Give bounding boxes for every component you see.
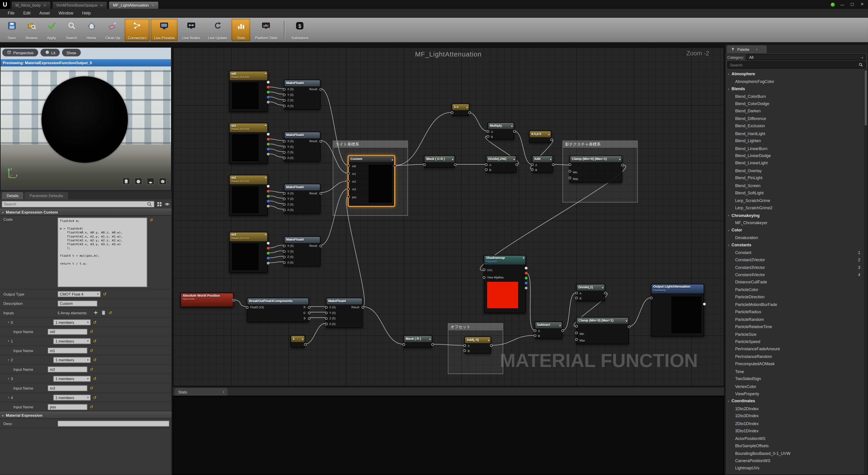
pin[interactable] [451, 111, 453, 114]
reset-to-default-icon[interactable]: ↺ [90, 404, 93, 409]
palette-item-blend-darken[interactable]: Blend_Darken [726, 107, 868, 115]
graph-node-breakout-float3[interactable]: BreakOutFloat3ComponentsFloat3 (V3)RGB [247, 298, 309, 322]
palette-group-chromakeying[interactable]: ▾Chromakeying [726, 212, 868, 219]
category-dropdown[interactable]: All ▾ [746, 54, 866, 60]
pin[interactable] [267, 252, 270, 254]
pin[interactable] [568, 177, 571, 179]
pin[interactable] [267, 133, 270, 135]
palette-group-constants[interactable]: ▾Constants [726, 241, 868, 249]
pin[interactable] [319, 140, 322, 142]
graph-node-shadowmap[interactable]: ShadowmapParam2D▴UVsView MipBias [484, 255, 526, 313]
pin[interactable] [487, 130, 489, 133]
palette-item-particlemotionblurfade[interactable]: ParticleMotionBlurFade [726, 301, 868, 308]
pin[interactable] [575, 325, 578, 328]
graph-node-add[interactable]: Add▾AB [532, 156, 553, 172]
members-dropdown[interactable]: 1 members▾ [53, 319, 91, 325]
pin[interactable] [575, 297, 578, 299]
pin[interactable] [525, 272, 528, 274]
pin[interactable] [267, 185, 270, 188]
palette-item-blursampleoffsets[interactable]: BlurSampleOffsets [726, 442, 868, 449]
pin[interactable] [463, 349, 466, 352]
minimize-button[interactable]: — [839, 2, 845, 6]
palette-item-twosidedsign[interactable]: TwoSidedSign [726, 375, 868, 383]
members-dropdown[interactable]: 1 members▾ [53, 376, 91, 382]
collapse-icon[interactable]: ▴ [392, 157, 393, 162]
graph-node-clamp-2[interactable]: Clamp (Min=0) (Max=1)▾MinMax [576, 317, 629, 344]
description-field[interactable]: Custom [58, 300, 97, 307]
collapse-icon[interactable]: ▴ [265, 124, 266, 127]
palette-item-camerapositionws[interactable]: CameraPositionWS [726, 457, 868, 464]
chevron-down-icon[interactable]: ▾ [513, 157, 515, 162]
preview-viewport[interactable]: Previewing: MaterialExpressionFunctionOu… [0, 47, 172, 191]
graph-node-m1[interactable]: m1Param (0,0,0,0)▴ [229, 123, 268, 164]
graph-node-output-lightattenuation[interactable]: Output LightAttenuationPreviewing [651, 284, 704, 337]
toolbar-button-live-nodes[interactable]: Live Nodes [179, 19, 204, 41]
pin[interactable] [362, 306, 364, 309]
pin[interactable] [347, 195, 350, 198]
details-tab-details[interactable]: Details [2, 192, 24, 199]
pin[interactable] [267, 138, 270, 140]
palette-item-1dto3dindex[interactable]: 1Dto3DIndex [726, 412, 868, 420]
menu-file[interactable]: File [3, 9, 19, 17]
chevron-down-icon[interactable]: ▾ [602, 285, 603, 290]
palette-item-blend-linearburn[interactable]: Blend_LinearBurn [726, 145, 868, 152]
pin[interactable] [267, 195, 270, 197]
palette-item-constant2vector[interactable]: Constant2Vector2 [726, 256, 868, 264]
palette-group-atmosphere[interactable]: ▾Atmosphere [726, 70, 868, 78]
graph-node-mask-gb[interactable]: Mask ( G B )▾ [424, 156, 455, 168]
pin[interactable] [431, 343, 434, 346]
palette-item-perinstancerandom[interactable]: PerInstanceRandom [726, 353, 868, 360]
reset-to-default-icon[interactable]: ↺ [90, 367, 93, 372]
reset-to-default-icon[interactable]: ↺ [90, 385, 93, 390]
graph-node-divide-256[interactable]: Divide(,256)▾AB [486, 156, 517, 172]
output-type-dropdown[interactable]: CMOT Float 4 ▾ [58, 291, 101, 297]
input-name-field[interactable]: m0 [48, 328, 88, 335]
pin[interactable] [575, 331, 578, 334]
preview-shape-plane-button[interactable] [147, 178, 154, 185]
pin[interactable] [534, 329, 536, 332]
chevron-down-icon[interactable]: ▾ [452, 157, 453, 162]
menu-asset[interactable]: Asset [35, 9, 54, 17]
pin[interactable] [267, 257, 270, 259]
pin[interactable] [515, 163, 518, 166]
chevron-down-icon[interactable]: ▾ [756, 48, 757, 51]
pin[interactable] [423, 163, 426, 166]
palette-item-blend-linearlight[interactable]: Blend_LinearLight [726, 160, 868, 167]
palette-item-blend-colorburn[interactable]: Blend_ColorBurn [726, 93, 868, 100]
close-button[interactable]: ✕ [859, 2, 865, 7]
pin[interactable] [267, 148, 270, 151]
palette-item-blend-lineardodge[interactable]: Blend_LinearDodge [726, 152, 868, 160]
pin[interactable] [267, 153, 270, 156]
pin[interactable] [568, 170, 571, 172]
palette-item-particlerandom[interactable]: ParticleRandom [726, 316, 868, 323]
asset-tab-vrmmtoonbaseopaque[interactable]: VrmMToonBaseOpaque✕ [52, 1, 107, 9]
viewport-button-perspective[interactable]: Perspective [2, 49, 38, 57]
pin[interactable] [267, 91, 270, 94]
members-dropdown[interactable]: 1 members▾ [53, 394, 91, 401]
close-tab-icon[interactable]: ✕ [43, 3, 46, 7]
pin[interactable] [308, 311, 311, 314]
toolbar-button-substance[interactable]: $Substance [288, 19, 312, 41]
toolbar-button-search[interactable]: Search [62, 19, 81, 41]
reset-to-default-icon[interactable]: ↺ [93, 376, 96, 381]
reset-to-default-icon[interactable]: ↺ [103, 291, 106, 296]
palette-item-perinstancefadeamount[interactable]: PerInstanceFadeAmount [726, 346, 868, 353]
palette-scrollbar[interactable] [864, 69, 868, 474]
chevron-down-icon[interactable]: ▾ [511, 123, 513, 129]
pin[interactable] [454, 163, 457, 166]
chevron-down-icon[interactable]: ▾ [626, 318, 627, 324]
graph-node-mask-r[interactable]: Mask ( R )▾ [403, 335, 432, 348]
close-tab-icon[interactable]: ✕ [151, 3, 154, 7]
section-material-expression-custom[interactable]: ▾ Material Expression Custom [0, 209, 172, 216]
graph-node-const-1[interactable]: 1▾ [291, 335, 305, 348]
pin[interactable] [468, 111, 471, 114]
pin[interactable] [319, 244, 322, 247]
palette-item-blend-overlay[interactable]: Blend_Overlay [726, 167, 868, 175]
collapse-icon[interactable]: ▴ [265, 233, 266, 236]
toolbar-button-connectors[interactable]: Connectors [125, 19, 150, 41]
collapse-icon[interactable]: ▴ [523, 256, 524, 259]
graph-node-const-0505[interactable]: 0.5,0.5▾ [529, 131, 551, 143]
graph-node-makefloat4-2[interactable]: MakeFloat4X (S)ResultY (S)Z (S)A (S) [284, 132, 320, 162]
graph-node-makefloat4-4[interactable]: MakeFloat4X (S)ResultY (S)Z (S)A (S) [284, 236, 320, 266]
toolbar-button-browse[interactable]: Browse [22, 19, 41, 41]
